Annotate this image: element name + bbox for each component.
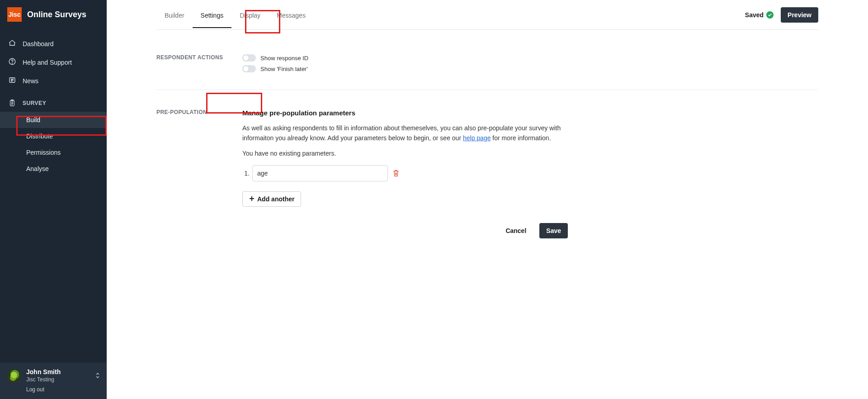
add-another-button[interactable]: Add another (242, 191, 301, 207)
saved-indicator: Saved (745, 11, 774, 19)
toggle-show-response-id: Show response ID (242, 54, 818, 62)
param-input[interactable] (252, 165, 388, 181)
section-prepopulation: PRE-POPULATION Manage pre-population par… (156, 103, 818, 213)
no-params-text: You have no existing parameters. (242, 150, 818, 157)
prepop-heading: Manage pre-population parameters (242, 109, 818, 117)
saved-label: Saved (745, 11, 764, 19)
plus-icon (249, 195, 255, 203)
nav-label: News (23, 77, 38, 85)
nav-news[interactable]: News (0, 71, 107, 90)
home-icon (8, 39, 16, 48)
toggle-switch[interactable] (242, 65, 256, 72)
svg-point-1 (12, 63, 13, 63)
tab-messages[interactable]: Messages (269, 2, 314, 28)
divider (156, 90, 818, 90)
preview-button[interactable]: Preview (781, 7, 818, 23)
sidebar-spacer (0, 177, 107, 363)
prepop-body: Manage pre-population parameters As well… (242, 109, 818, 207)
trash-icon[interactable] (392, 169, 400, 177)
logout-link[interactable]: Log out (26, 386, 61, 393)
prepop-text: As well as asking respondents to fill in… (242, 123, 568, 143)
settings-body: RESPONDENT ACTIONS Show response ID Show… (156, 30, 818, 256)
survey-subnav: Build Distribute Permissions Analyse (0, 112, 107, 177)
toggle-label: Show response ID (260, 55, 308, 62)
nav-dashboard[interactable]: Dashboard (0, 34, 107, 53)
save-button[interactable]: Save (539, 223, 568, 238)
main: Builder Settings Display Messages Saved … (107, 0, 868, 399)
tab-builder[interactable]: Builder (156, 2, 193, 28)
brand: Jisc Online Surveys (0, 0, 107, 30)
nav-help[interactable]: Help and Support (0, 53, 107, 71)
sidebar: Jisc Online Surveys Dashboard Help and S… (0, 0, 107, 399)
clipboard-icon (8, 99, 16, 107)
add-another-row: Add another (242, 191, 818, 207)
brand-title: Online Surveys (27, 10, 86, 19)
tabs-right: Saved Preview (745, 7, 818, 23)
check-circle-icon (766, 11, 774, 19)
user-org: Jisc Testing (26, 376, 61, 383)
prepop-text-2: for more information. (491, 134, 551, 142)
prepop-label: PRE-POPULATION (156, 109, 242, 207)
tabs: Builder Settings Display Messages (156, 2, 314, 28)
nav-label: Help and Support (23, 59, 72, 66)
toggle-show-finish-later: Show 'Finish later' (242, 65, 818, 72)
subnav-distribute[interactable]: Distribute (0, 128, 107, 144)
section-respondent-actions: RESPONDENT ACTIONS Show response ID Show… (156, 48, 818, 79)
add-another-label: Add another (257, 195, 294, 203)
app-root: Jisc Online Surveys Dashboard Help and S… (0, 0, 868, 399)
avatar (7, 369, 21, 383)
nav-label: Dashboard (23, 40, 54, 48)
subnav-permissions[interactable]: Permissions (0, 144, 107, 161)
help-page-link[interactable]: help page (463, 134, 491, 142)
param-row: 1. (242, 165, 818, 181)
sort-icon[interactable] (95, 372, 99, 380)
respondent-actions-label: RESPONDENT ACTIONS (156, 54, 242, 72)
news-icon (8, 76, 16, 86)
main-nav: Dashboard Help and Support News SURVEY B… (0, 34, 107, 177)
user-meta: John Smith Jisc Testing Log out (26, 368, 61, 393)
help-icon (8, 57, 16, 67)
tab-display[interactable]: Display (231, 2, 269, 28)
section-title: SURVEY (23, 100, 46, 106)
actions: Cancel Save (242, 223, 568, 238)
toggles: Show response ID Show 'Finish later' (242, 54, 818, 72)
cancel-button[interactable]: Cancel (499, 223, 533, 238)
subnav-build[interactable]: Build (0, 112, 107, 128)
param-index: 1. (242, 170, 250, 177)
toggle-switch[interactable] (242, 54, 256, 62)
brand-logo: Jisc (7, 7, 22, 22)
tabs-row: Builder Settings Display Messages Saved … (156, 0, 818, 30)
toggle-label: Show 'Finish later' (260, 66, 308, 72)
subnav-analyse[interactable]: Analyse (0, 161, 107, 177)
tab-settings[interactable]: Settings (193, 2, 232, 28)
section-survey: SURVEY (0, 90, 107, 112)
user-block[interactable]: John Smith Jisc Testing Log out (0, 363, 107, 399)
user-name: John Smith (26, 368, 61, 375)
